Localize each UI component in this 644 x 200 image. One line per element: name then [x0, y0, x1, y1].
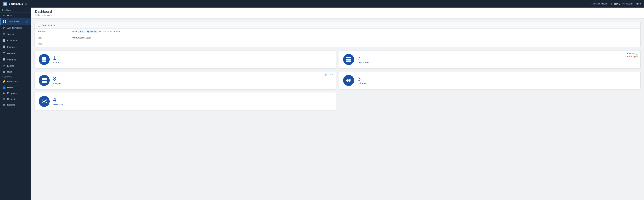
volumes-info: 3 Volumes	[358, 76, 367, 85]
sidebar-item-host[interactable]: ▦ Host	[0, 69, 31, 74]
sidebar-item-endpoints[interactable]: ◉ Endpoints	[0, 90, 31, 96]
sidebar-item-users[interactable]: 👥 Users	[0, 84, 31, 90]
svg-rect-15	[4, 46, 5, 46]
env-dot	[2, 9, 4, 11]
svg-rect-54	[346, 60, 351, 62]
svg-point-59	[347, 80, 348, 81]
svg-line-48	[42, 100, 43, 101]
stat-card-containers[interactable]: 7 Containers ♥ 6 running ♥ 0 stopped	[339, 50, 640, 68]
endpoint-label: Endpoint	[34, 28, 69, 35]
stat-card-stack[interactable]: 1 Stack	[34, 50, 336, 68]
images-info: 8 Images	[53, 76, 61, 85]
sidebar-item-extensions[interactable]: ⚡ Extensions	[0, 78, 31, 84]
sidebar-item-home[interactable]: ⌂ Home	[0, 12, 31, 18]
svg-rect-30	[87, 31, 89, 32]
url-value: /var/run/docker.sock	[69, 35, 640, 41]
stack-icon-circle	[39, 54, 50, 65]
home-icon: ⌂	[2, 14, 6, 17]
containers-info: 7 Containers	[358, 55, 369, 64]
sidebar-item-label: Settings	[7, 104, 15, 106]
svg-rect-7	[5, 22, 6, 23]
sidebar-item-registries[interactable]: ≡ Registries	[0, 96, 31, 102]
stack-label: Stack	[53, 61, 59, 64]
svg-point-43	[43, 100, 45, 102]
url-label: URL	[34, 35, 69, 41]
main-content: Dashboard Endpoint summary Endpoint info…	[31, 8, 644, 200]
endpoint-card-header: Endpoint info	[34, 22, 640, 28]
volumes-count: 3	[358, 76, 367, 82]
svg-rect-6	[3, 22, 4, 23]
containers-status: ♥ 6 running ♥ 0 stopped	[627, 52, 638, 58]
sidebar-item-label: Volumes	[7, 58, 16, 61]
svg-rect-34	[42, 59, 46, 60]
status-stopped: ♥ 0 stopped	[627, 55, 638, 58]
sidebar-item-events[interactable]: ↺ Events	[0, 63, 31, 69]
stack-count: 1	[53, 55, 59, 60]
svg-rect-29	[80, 31, 81, 32]
svg-rect-2	[4, 4, 6, 4]
containers-icon	[2, 39, 6, 42]
host-icon: ▦	[2, 70, 6, 73]
svg-rect-27	[39, 25, 39, 26]
svg-rect-12	[2, 40, 5, 41]
sidebar-item-label: App Templates	[7, 27, 22, 29]
svg-rect-36	[42, 78, 44, 80]
svg-point-61	[349, 80, 350, 81]
endpoint-badges: local 4 978 MB Standalone 19.03.5-ce	[72, 30, 637, 33]
events-icon: ↺	[2, 64, 6, 67]
svg-point-21	[4, 54, 4, 54]
sidebar-item-dashboard[interactable]: Dashboard 1	[0, 18, 31, 25]
sidebar-item-label: Registries	[7, 98, 17, 100]
admin-menu[interactable]: 👤 admin	[610, 2, 620, 5]
endpoint-card-title: Endpoint info	[42, 24, 55, 27]
svg-line-49	[45, 100, 46, 101]
networks-count: 4	[53, 97, 63, 102]
svg-rect-28	[39, 24, 39, 25]
content-area: Endpoint info Endpoint local 4	[31, 18, 644, 114]
containers-label: Containers	[358, 61, 369, 64]
sidebar-item-networks[interactable]: Networks	[0, 50, 31, 56]
svg-line-51	[45, 102, 46, 102]
networks-stat-icon	[42, 99, 47, 104]
page-header: Dashboard Endpoint summary	[31, 8, 644, 18]
networks-icon	[2, 52, 6, 55]
sidebar-item-images[interactable]: Images	[0, 44, 31, 50]
stat-card-volumes[interactable]: 3 Volumes	[339, 71, 640, 90]
images-label: Images	[53, 82, 61, 85]
sidebar-item-app-templates[interactable]: App Templates	[0, 25, 31, 31]
stats-grid: 1 Stack	[34, 50, 640, 110]
svg-rect-17	[4, 47, 5, 48]
sidebar-item-label: Networks	[7, 52, 16, 55]
sidebar: LOCAL ⌂ Home Dashboard 1	[0, 8, 31, 200]
stacks-icon	[2, 33, 6, 36]
sidebar-item-label: Host	[7, 70, 12, 73]
svg-rect-13	[2, 41, 5, 42]
status-running: ♥ 6 running	[627, 52, 638, 55]
svg-rect-52	[346, 57, 351, 58]
sidebar-item-stacks[interactable]: Stacks	[0, 31, 31, 38]
stack-info: 1 Stack	[53, 55, 59, 64]
networks-icon-circle	[39, 96, 50, 107]
sidebar-item-label: Events	[7, 64, 14, 67]
endpoints-icon: ◉	[2, 92, 6, 94]
page-subtitle: Endpoint summary	[35, 14, 640, 16]
settings-section: SETTINGS	[0, 74, 31, 78]
stat-card-images[interactable]: 8 Images 1.9 GB	[34, 71, 336, 90]
sidebar-item-volumes[interactable]: Volumes	[0, 56, 31, 63]
stopped-icon: ♥	[627, 55, 628, 58]
svg-point-45	[46, 100, 47, 100]
log-out-link[interactable]: log out	[635, 2, 641, 5]
logo: portainer.io	[3, 1, 23, 6]
stat-card-networks[interactable]: 4 Networks	[34, 92, 336, 110]
support-icon: ✕	[589, 2, 591, 5]
stats-col-left: 1 Stack	[34, 50, 336, 110]
endpoint-info-icon	[38, 24, 40, 27]
svg-rect-32	[88, 32, 89, 32]
support-link[interactable]: ✕ Portainer support	[589, 2, 608, 5]
sidebar-item-settings[interactable]: ⚙ Settings	[0, 102, 31, 108]
my-account-link[interactable]: my account	[622, 2, 633, 5]
transfer-icon[interactable]: ⇄	[25, 2, 27, 6]
volumes-label: Volumes	[358, 82, 367, 85]
sidebar-item-containers[interactable]: Containers	[0, 38, 31, 44]
registries-icon: ≡	[2, 98, 6, 100]
